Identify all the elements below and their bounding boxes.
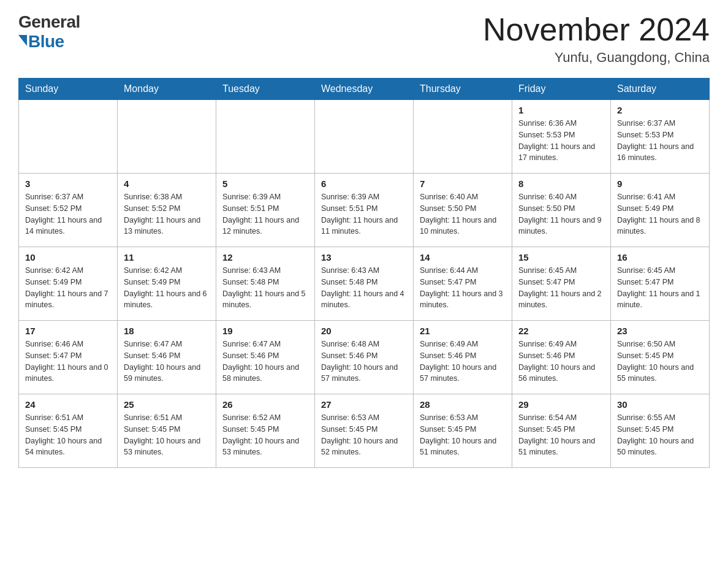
- day-cell: [216, 100, 315, 174]
- day-number: 8: [518, 178, 604, 189]
- title-area: November 2024 Yunfu, Guangdong, China: [483, 12, 710, 66]
- day-info: Sunrise: 6:46 AM Sunset: 5:47 PM Dayligh…: [25, 339, 111, 385]
- day-cell: 16Sunrise: 6:45 AM Sunset: 5:47 PM Dayli…: [611, 247, 710, 321]
- day-info: Sunrise: 6:40 AM Sunset: 5:50 PM Dayligh…: [518, 191, 604, 237]
- day-number: 16: [617, 252, 703, 262]
- day-info: Sunrise: 6:51 AM Sunset: 5:45 PM Dayligh…: [124, 412, 210, 458]
- week-row-2: 3Sunrise: 6:37 AM Sunset: 5:52 PM Daylig…: [19, 174, 710, 247]
- day-number: 15: [518, 252, 604, 262]
- weekday-header-saturday: Saturday: [611, 79, 710, 100]
- day-cell: 27Sunrise: 6:53 AM Sunset: 5:45 PM Dayli…: [315, 394, 414, 468]
- day-info: Sunrise: 6:43 AM Sunset: 5:48 PM Dayligh…: [222, 265, 308, 311]
- day-info: Sunrise: 6:37 AM Sunset: 5:53 PM Dayligh…: [617, 118, 703, 164]
- day-cell: 15Sunrise: 6:45 AM Sunset: 5:47 PM Dayli…: [512, 247, 611, 321]
- day-number: 26: [222, 399, 308, 410]
- day-cell: 28Sunrise: 6:53 AM Sunset: 5:45 PM Dayli…: [414, 394, 512, 468]
- location-title: Yunfu, Guangdong, China: [483, 50, 710, 66]
- day-cell: 3Sunrise: 6:37 AM Sunset: 5:52 PM Daylig…: [19, 174, 118, 247]
- day-number: 30: [617, 399, 703, 410]
- day-cell: 8Sunrise: 6:40 AM Sunset: 5:50 PM Daylig…: [512, 174, 611, 247]
- day-info: Sunrise: 6:45 AM Sunset: 5:47 PM Dayligh…: [518, 265, 604, 311]
- weekday-header-sunday: Sunday: [19, 79, 118, 100]
- day-info: Sunrise: 6:53 AM Sunset: 5:45 PM Dayligh…: [321, 412, 407, 458]
- day-info: Sunrise: 6:40 AM Sunset: 5:50 PM Dayligh…: [420, 191, 506, 237]
- day-cell: 6Sunrise: 6:39 AM Sunset: 5:51 PM Daylig…: [315, 174, 414, 247]
- day-number: 5: [222, 178, 308, 189]
- day-info: Sunrise: 6:49 AM Sunset: 5:46 PM Dayligh…: [420, 339, 506, 385]
- logo-blue-text: Blue: [28, 32, 64, 52]
- day-cell: 24Sunrise: 6:51 AM Sunset: 5:45 PM Dayli…: [19, 394, 118, 468]
- logo: General Blue: [18, 12, 80, 52]
- day-cell: 2Sunrise: 6:37 AM Sunset: 5:53 PM Daylig…: [611, 100, 710, 174]
- day-cell: [118, 100, 216, 174]
- day-info: Sunrise: 6:44 AM Sunset: 5:47 PM Dayligh…: [420, 265, 506, 311]
- day-cell: 5Sunrise: 6:39 AM Sunset: 5:51 PM Daylig…: [216, 174, 315, 247]
- day-info: Sunrise: 6:39 AM Sunset: 5:51 PM Dayligh…: [222, 191, 308, 237]
- logo-triangle-icon: [18, 35, 27, 46]
- day-number: 24: [25, 399, 111, 410]
- day-number: 7: [420, 178, 506, 189]
- day-info: Sunrise: 6:52 AM Sunset: 5:45 PM Dayligh…: [222, 412, 308, 458]
- day-number: 14: [420, 252, 506, 262]
- week-row-4: 17Sunrise: 6:46 AM Sunset: 5:47 PM Dayli…: [19, 321, 710, 394]
- day-info: Sunrise: 6:38 AM Sunset: 5:52 PM Dayligh…: [124, 191, 210, 237]
- day-cell: 19Sunrise: 6:47 AM Sunset: 5:46 PM Dayli…: [216, 321, 315, 394]
- day-cell: 26Sunrise: 6:52 AM Sunset: 5:45 PM Dayli…: [216, 394, 315, 468]
- day-info: Sunrise: 6:50 AM Sunset: 5:45 PM Dayligh…: [617, 339, 703, 385]
- day-number: 11: [124, 252, 210, 262]
- weekday-header-thursday: Thursday: [414, 79, 512, 100]
- day-cell: [315, 100, 414, 174]
- day-info: Sunrise: 6:54 AM Sunset: 5:45 PM Dayligh…: [518, 412, 604, 458]
- calendar-table: SundayMondayTuesdayWednesdayThursdayFrid…: [18, 78, 710, 468]
- logo-general-text: General: [18, 12, 80, 32]
- day-number: 13: [321, 252, 407, 262]
- day-number: 20: [321, 326, 407, 336]
- day-cell: 20Sunrise: 6:48 AM Sunset: 5:46 PM Dayli…: [315, 321, 414, 394]
- day-cell: 12Sunrise: 6:43 AM Sunset: 5:48 PM Dayli…: [216, 247, 315, 321]
- day-number: 6: [321, 178, 407, 189]
- day-info: Sunrise: 6:45 AM Sunset: 5:47 PM Dayligh…: [617, 265, 703, 311]
- weekday-header-wednesday: Wednesday: [315, 79, 414, 100]
- week-row-5: 24Sunrise: 6:51 AM Sunset: 5:45 PM Dayli…: [19, 394, 710, 468]
- day-number: 17: [25, 326, 111, 336]
- day-cell: [414, 100, 512, 174]
- day-info: Sunrise: 6:47 AM Sunset: 5:46 PM Dayligh…: [124, 339, 210, 385]
- day-info: Sunrise: 6:41 AM Sunset: 5:49 PM Dayligh…: [617, 191, 703, 237]
- day-info: Sunrise: 6:47 AM Sunset: 5:46 PM Dayligh…: [222, 339, 308, 385]
- day-cell: 17Sunrise: 6:46 AM Sunset: 5:47 PM Dayli…: [19, 321, 118, 394]
- day-info: Sunrise: 6:48 AM Sunset: 5:46 PM Dayligh…: [321, 339, 407, 385]
- day-number: 21: [420, 326, 506, 336]
- day-number: 10: [25, 252, 111, 262]
- day-cell: 23Sunrise: 6:50 AM Sunset: 5:45 PM Dayli…: [611, 321, 710, 394]
- day-number: 2: [617, 105, 703, 115]
- day-info: Sunrise: 6:42 AM Sunset: 5:49 PM Dayligh…: [25, 265, 111, 311]
- day-cell: 1Sunrise: 6:36 AM Sunset: 5:53 PM Daylig…: [512, 100, 611, 174]
- day-cell: 7Sunrise: 6:40 AM Sunset: 5:50 PM Daylig…: [414, 174, 512, 247]
- header: General Blue November 2024 Yunfu, Guangd…: [18, 12, 710, 66]
- day-number: 9: [617, 178, 703, 189]
- day-cell: 13Sunrise: 6:43 AM Sunset: 5:48 PM Dayli…: [315, 247, 414, 321]
- day-number: 28: [420, 399, 506, 410]
- day-info: Sunrise: 6:36 AM Sunset: 5:53 PM Dayligh…: [518, 118, 604, 164]
- day-info: Sunrise: 6:55 AM Sunset: 5:45 PM Dayligh…: [617, 412, 703, 458]
- weekday-header-tuesday: Tuesday: [216, 79, 315, 100]
- logo-blue-row: Blue: [18, 32, 64, 52]
- day-cell: 4Sunrise: 6:38 AM Sunset: 5:52 PM Daylig…: [118, 174, 216, 247]
- day-number: 23: [617, 326, 703, 336]
- day-number: 12: [222, 252, 308, 262]
- day-number: 27: [321, 399, 407, 410]
- day-number: 22: [518, 326, 604, 336]
- day-cell: 29Sunrise: 6:54 AM Sunset: 5:45 PM Dayli…: [512, 394, 611, 468]
- day-info: Sunrise: 6:39 AM Sunset: 5:51 PM Dayligh…: [321, 191, 407, 237]
- week-row-3: 10Sunrise: 6:42 AM Sunset: 5:49 PM Dayli…: [19, 247, 710, 321]
- day-info: Sunrise: 6:49 AM Sunset: 5:46 PM Dayligh…: [518, 339, 604, 385]
- day-number: 25: [124, 399, 210, 410]
- day-info: Sunrise: 6:43 AM Sunset: 5:48 PM Dayligh…: [321, 265, 407, 311]
- day-cell: 9Sunrise: 6:41 AM Sunset: 5:49 PM Daylig…: [611, 174, 710, 247]
- day-number: 1: [518, 105, 604, 115]
- day-number: 29: [518, 399, 604, 410]
- weekday-header-friday: Friday: [512, 79, 611, 100]
- weekday-header-row: SundayMondayTuesdayWednesdayThursdayFrid…: [19, 79, 710, 100]
- day-cell: 18Sunrise: 6:47 AM Sunset: 5:46 PM Dayli…: [118, 321, 216, 394]
- day-info: Sunrise: 6:37 AM Sunset: 5:52 PM Dayligh…: [25, 191, 111, 237]
